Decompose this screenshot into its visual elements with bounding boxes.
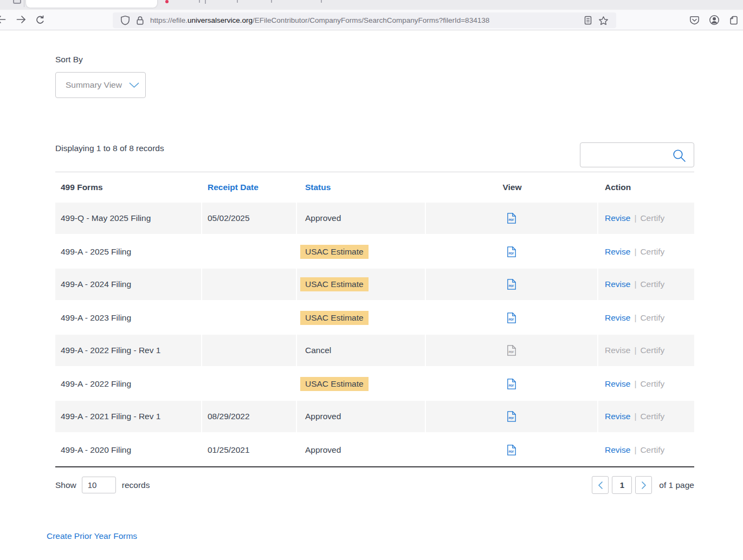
tab-list-icon[interactable] (13, 0, 21, 4)
header-receipt-date-sort[interactable]: Receipt Date (208, 183, 259, 192)
reader-mode-icon[interactable] (584, 16, 592, 25)
forms-table: 499 Forms Receipt Date Status View Actio… (55, 172, 694, 467)
header-action: Action (598, 172, 694, 202)
folded-page-icon[interactable] (729, 15, 739, 25)
action-separator: | (634, 346, 636, 355)
status-badge: Approved (305, 213, 341, 223)
form-name: 499-A - 2024 Filing (55, 268, 202, 301)
forward-button[interactable] (16, 15, 27, 25)
pocket-icon[interactable] (689, 15, 700, 25)
view-cell: PDF (426, 400, 598, 433)
form-name: 499-A - 2023 Filing (55, 301, 202, 334)
records-label: records (122, 480, 150, 490)
receipt-date (202, 334, 297, 367)
action-separator: | (634, 213, 636, 223)
status-cell: Approved (297, 400, 426, 433)
receipt-date (202, 301, 297, 334)
certify-link: Certify (640, 379, 664, 389)
active-tab[interactable] (26, 0, 157, 8)
url-bar[interactable]: https://efile.universalservice.org/EFile… (113, 12, 616, 28)
header-status-sort[interactable]: Status (305, 183, 331, 192)
current-page-box[interactable]: 1 (612, 476, 632, 494)
tab-divider (24, 0, 24, 7)
revise-link[interactable]: Revise (605, 379, 630, 389)
pdf-icon[interactable]: PDF (507, 444, 516, 456)
action-separator: | (634, 313, 636, 323)
bookmark-star-icon[interactable] (598, 16, 609, 25)
cropped-text-mark (199, 0, 200, 3)
status-badge: Cancel (305, 346, 331, 355)
account-icon[interactable] (709, 15, 720, 25)
action-separator: | (634, 247, 636, 257)
view-cell: PDF (426, 301, 598, 334)
form-name: 499-A - 2025 Filing (55, 235, 202, 268)
page-size-input[interactable] (82, 477, 116, 493)
search-icon[interactable] (672, 148, 687, 163)
sort-by-label: Sort By (55, 55, 694, 64)
view-mode-dropdown[interactable]: Summary View (55, 72, 146, 98)
action-separator: | (634, 412, 636, 421)
certify-link: Certify (640, 346, 664, 355)
status-badge: Approved (305, 445, 341, 455)
revise-link[interactable]: Revise (605, 213, 630, 223)
status-cell: Cancel (297, 334, 426, 367)
records-summary: Displaying 1 to 8 of 8 records (55, 142, 164, 153)
back-button[interactable] (0, 15, 7, 25)
pdf-icon[interactable]: PDF (507, 278, 516, 290)
revise-link[interactable]: Revise (605, 313, 630, 323)
tracking-shield-icon[interactable] (120, 15, 130, 25)
table-header-row: 499 Forms Receipt Date Status View Actio… (55, 172, 694, 202)
next-page-button[interactable] (635, 476, 652, 494)
pdf-icon[interactable]: PDF (507, 246, 516, 258)
lock-icon[interactable] (136, 16, 144, 25)
revise-link[interactable]: Revise (605, 445, 630, 455)
action-cell: Revise | Certify (598, 367, 694, 400)
page-count-label: of 1 page (659, 480, 694, 490)
svg-text:PDF: PDF (508, 384, 514, 387)
table-row: 499-A - 2023 Filing USAC Estimate PDF Re… (55, 301, 694, 334)
previous-page-button[interactable] (592, 476, 609, 494)
page-content: Sort By Summary View Displaying 1 to 8 o… (0, 31, 743, 541)
header-view: View (426, 172, 598, 202)
pdf-icon[interactable]: PDF (507, 212, 516, 224)
action-cell: Revise | Certify (598, 202, 694, 235)
cropped-text-mark (205, 0, 206, 4)
certify-link: Certify (640, 279, 664, 289)
table-row: 499-A - 2024 Filing USAC Estimate PDF Re… (55, 268, 694, 301)
browser-tab-strip (0, 0, 743, 10)
svg-text:PDF: PDF (508, 416, 514, 420)
view-cell: PDF (426, 367, 598, 400)
action-cell: Revise | Certify (598, 400, 694, 433)
pdf-icon[interactable]: PDF (507, 411, 516, 422)
receipt-date (202, 268, 297, 301)
svg-text:PDF: PDF (508, 450, 514, 453)
status-badge: Approved (305, 412, 341, 421)
action-cell: Revise | Certify (598, 433, 694, 466)
reload-button[interactable] (35, 15, 46, 27)
form-name: 499-A - 2020 Filing (55, 433, 202, 466)
revise-link[interactable]: Revise (605, 412, 630, 421)
svg-text:PDF: PDF (508, 252, 514, 255)
certify-link: Certify (640, 445, 664, 455)
action-separator: | (634, 445, 636, 455)
create-prior-year-forms-link[interactable]: Create Prior Year Forms (47, 531, 137, 541)
pdf-icon[interactable]: PDF (507, 378, 516, 390)
form-name: 499-Q - May 2025 Filing (55, 202, 202, 235)
svg-text:PDF: PDF (508, 318, 514, 321)
url-text: https://efile.universalservice.org/EFile… (150, 16, 489, 24)
view-cell: PDF (426, 235, 598, 268)
cropped-text-mark (271, 0, 272, 3)
notification-dot-icon (165, 0, 169, 3)
receipt-date (202, 235, 297, 268)
receipt-date: 08/29/2022 (202, 400, 297, 433)
show-label: Show (55, 480, 76, 490)
cropped-text-mark (237, 0, 238, 3)
pdf-icon[interactable]: PDF (507, 312, 516, 324)
table-row: 499-Q - May 2025 Filing 05/02/2025 Appro… (55, 202, 694, 235)
pdf-icon: PDF (507, 344, 516, 356)
svg-text:PDF: PDF (508, 284, 514, 288)
chevron-down-icon (129, 82, 139, 88)
search-box[interactable] (580, 142, 694, 167)
revise-link[interactable]: Revise (605, 247, 630, 257)
revise-link[interactable]: Revise (605, 279, 630, 289)
